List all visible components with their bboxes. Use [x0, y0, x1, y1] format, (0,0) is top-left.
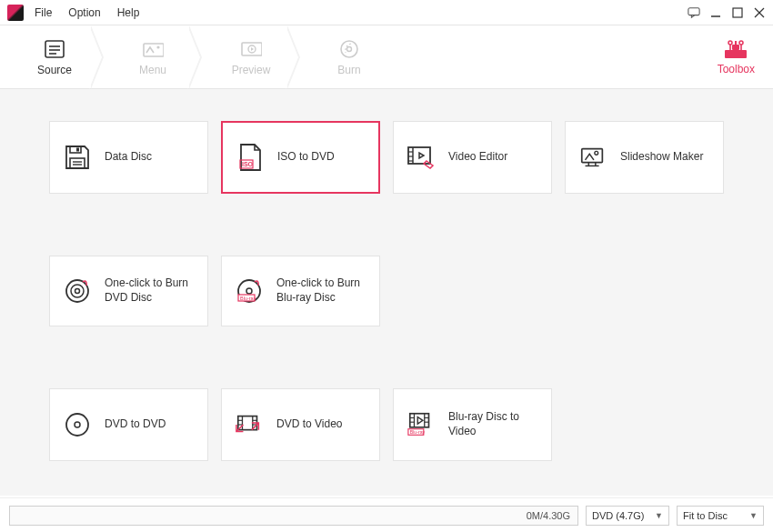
step-arrow-icon — [91, 25, 116, 89]
titlebar: File Option Help — [0, 0, 773, 25]
svg-rect-17 — [732, 45, 739, 50]
card-label: Blu-ray Disc to Video — [448, 410, 538, 438]
menu-step-icon — [142, 38, 164, 60]
menu-file[interactable]: File — [35, 6, 52, 19]
svg-rect-23 — [70, 146, 81, 153]
step-bar: Source Menu Preview Burn Toolbox — [0, 25, 773, 89]
card-data-disc[interactable]: Data Disc — [49, 121, 208, 194]
card-label: One-click to Burn DVD Disc — [105, 276, 195, 305]
card-label: One-click to Burn Blu-ray Disc — [276, 276, 366, 305]
svg-marker-35 — [419, 153, 424, 158]
toolbox-label: Toolbox — [718, 63, 755, 75]
card-dvd-to-dvd[interactable]: DVD to DVD — [49, 388, 208, 461]
step-menu[interactable]: Menu — [116, 25, 189, 88]
content-area: Data Disc ISO ISO to DVD Video Editor Sl… — [0, 89, 773, 496]
toolbox-icon — [723, 39, 748, 61]
step-arrow-icon — [189, 25, 215, 89]
svg-point-10 — [156, 45, 159, 48]
card-label: Data Disc — [105, 150, 152, 165]
card-one-click-bluray[interactable]: Blu-ray One-click to Burn Blu-ray Disc — [221, 256, 380, 326]
chevron-down-icon: ▼ — [655, 511, 663, 520]
burn-icon — [338, 38, 360, 60]
svg-text:Blu-ray: Blu-ray — [410, 429, 426, 435]
maximize-button[interactable] — [731, 6, 744, 19]
disc-type-value: DVD (4.7G) — [592, 510, 644, 521]
progress-text: 0M/4.30G — [527, 510, 570, 521]
svg-marker-13 — [251, 47, 254, 51]
card-label: Video Editor — [448, 150, 507, 165]
svg-rect-27 — [76, 148, 79, 152]
disc-burn-icon — [63, 276, 92, 306]
step-source[interactable]: Source — [18, 25, 91, 88]
card-bluray-to-video[interactable]: Blu-ray Blu-ray Disc to Video — [393, 388, 552, 461]
floppy-icon — [63, 143, 92, 172]
svg-rect-16 — [725, 50, 747, 58]
toolbox-button[interactable]: Toolbox — [718, 39, 755, 75]
close-button[interactable] — [753, 6, 766, 19]
status-bar: 0M/4.30G DVD (4.7G) ▼ Fit to Disc ▼ — [0, 497, 773, 532]
source-icon — [44, 38, 65, 60]
svg-rect-36 — [582, 149, 603, 163]
card-label: Slideshow Maker — [620, 150, 703, 165]
video-editor-icon — [407, 143, 436, 172]
fit-mode-select[interactable]: Fit to Disc ▼ — [677, 506, 764, 526]
svg-point-49 — [66, 414, 88, 436]
bluray-film-icon: Blu-ray — [407, 410, 436, 439]
step-arrow-icon — [287, 25, 313, 89]
svg-point-20 — [739, 41, 743, 45]
step-preview-label: Preview — [232, 64, 271, 76]
slideshow-icon — [578, 143, 607, 172]
svg-point-46 — [246, 288, 252, 294]
step-burn-label: Burn — [337, 64, 360, 76]
feedback-icon[interactable] — [688, 6, 700, 19]
step-menu-label: Menu — [139, 64, 166, 76]
svg-point-50 — [75, 422, 80, 427]
minimize-button[interactable] — [709, 6, 722, 19]
card-label: DVD to DVD — [105, 417, 166, 432]
card-label: DVD to Video — [276, 417, 343, 432]
step-preview[interactable]: Preview — [215, 25, 287, 88]
card-one-click-dvd[interactable]: One-click to Burn DVD Disc — [49, 256, 208, 326]
card-video-editor[interactable]: Video Editor — [393, 121, 552, 194]
chevron-down-icon: ▼ — [749, 511, 758, 520]
svg-point-19 — [728, 41, 732, 45]
app-logo-icon — [7, 5, 24, 21]
svg-rect-9 — [144, 44, 164, 56]
svg-marker-65 — [417, 417, 423, 425]
svg-point-42 — [66, 280, 88, 302]
svg-text:Blu-ray: Blu-ray — [240, 296, 256, 301]
preview-icon — [240, 38, 262, 60]
disc-type-select[interactable]: DVD (4.7G) ▼ — [586, 506, 669, 526]
bluray-burn-icon: Blu-ray — [235, 276, 264, 306]
svg-point-44 — [75, 289, 80, 294]
svg-rect-2 — [733, 8, 742, 17]
svg-point-14 — [341, 41, 357, 57]
card-slideshow-maker[interactable]: Slideshow Maker — [565, 121, 724, 194]
svg-rect-58 — [410, 414, 429, 427]
step-source-label: Source — [37, 64, 72, 76]
film-convert-icon — [235, 410, 264, 439]
svg-rect-24 — [70, 158, 85, 168]
svg-point-43 — [71, 285, 84, 297]
tools-grid: Data Disc ISO ISO to DVD Video Editor Sl… — [49, 121, 724, 461]
progress-indicator: 0M/4.30G — [9, 506, 578, 526]
svg-point-37 — [595, 151, 598, 155]
iso-file-icon: ISO — [236, 143, 265, 172]
menu-help[interactable]: Help — [117, 6, 140, 19]
menu-option[interactable]: Option — [68, 6, 100, 19]
svg-text:ISO: ISO — [242, 161, 254, 167]
card-label: ISO to DVD — [277, 150, 335, 165]
svg-rect-5 — [45, 41, 64, 57]
svg-point-15 — [347, 46, 352, 51]
step-burn[interactable]: Burn — [313, 25, 386, 88]
card-iso-to-dvd[interactable]: ISO ISO to DVD — [221, 121, 380, 194]
fit-mode-value: Fit to Disc — [683, 510, 728, 521]
card-dvd-to-video[interactable]: DVD to Video — [221, 388, 380, 461]
svg-rect-0 — [688, 7, 699, 15]
disc-icon — [63, 410, 92, 439]
